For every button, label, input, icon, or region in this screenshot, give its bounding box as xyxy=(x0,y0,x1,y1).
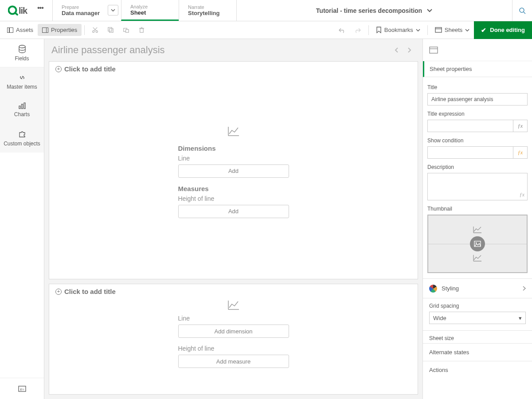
grid-spacing-value: Wide xyxy=(433,315,446,321)
fx-button[interactable]: ƒx xyxy=(513,120,528,132)
edit-toolbar: Assets Properties Bookmarks Sheets ✔ Don… xyxy=(0,21,532,39)
actions-row[interactable]: Actions xyxy=(423,361,532,379)
cut-button[interactable] xyxy=(87,24,103,36)
sheet-size-label: Sheet size xyxy=(429,335,526,341)
undo-button[interactable] xyxy=(334,24,350,36)
line-chart-icon xyxy=(227,300,240,310)
drop-section: Line Add dimension Height of line Add me… xyxy=(178,315,289,368)
show-condition-input[interactable] xyxy=(427,146,513,159)
done-label: Done editing xyxy=(490,27,525,33)
properties-toggle[interactable]: Properties xyxy=(38,24,82,36)
bookmarks-label: Bookmarks xyxy=(384,27,413,33)
card-body: Dimensions Line Add Measures Height of l… xyxy=(55,75,411,275)
dimension-label: Line xyxy=(178,155,289,162)
done-editing-button[interactable]: ✔ Done editing xyxy=(474,21,532,39)
add-measure-button[interactable]: Add measure xyxy=(178,355,289,368)
rail-master-items[interactable]: Master items xyxy=(0,67,44,96)
styling-accordion[interactable]: Styling xyxy=(423,278,532,298)
rail-fields[interactable]: Fields xyxy=(0,39,44,67)
svg-point-3 xyxy=(520,8,524,12)
add-dimension-button[interactable]: Add dimension xyxy=(178,325,289,338)
panel-section-header: Sheet properties xyxy=(423,61,532,77)
chart-card-1[interactable]: + Click to add title Dimensions Line Add… xyxy=(49,61,418,279)
add-dimension-button[interactable]: Add xyxy=(178,164,289,178)
card-title-placeholder: Click to add title xyxy=(64,288,116,295)
plus-circle-icon: + xyxy=(55,66,62,72)
nav-narrate[interactable]: Narrate Storytelling xyxy=(179,0,236,21)
nav-phase-label: Analyze xyxy=(130,4,170,9)
card-title-row[interactable]: + Click to add title xyxy=(55,65,411,73)
title-input[interactable] xyxy=(427,93,528,106)
actions-label: Actions xyxy=(429,367,448,373)
card-title-row[interactable]: + Click to add title xyxy=(55,288,411,295)
next-sheet-button[interactable] xyxy=(403,44,415,56)
chevron-down-icon xyxy=(416,29,420,31)
sheet-size-block: Sheet size xyxy=(423,330,532,343)
title-expression-input[interactable] xyxy=(427,120,513,132)
global-search-button[interactable] xyxy=(512,0,532,21)
svg-rect-21 xyxy=(24,103,25,109)
plus-circle-icon: + xyxy=(55,289,62,295)
title-label: Title xyxy=(427,84,528,90)
link-icon xyxy=(18,73,27,82)
sheets-button[interactable]: Sheets xyxy=(430,27,474,33)
logo-cell: lik ••• xyxy=(0,0,52,21)
search-icon xyxy=(519,7,526,14)
bookmarks-button[interactable]: Bookmarks xyxy=(372,27,425,33)
dimension-label: Line xyxy=(178,315,289,322)
nav-prepare-caret[interactable] xyxy=(108,5,118,16)
add-measure-button[interactable]: Add xyxy=(178,205,289,218)
assets-toggle[interactable]: Assets xyxy=(3,24,38,36)
main-area: Fields Master items Charts Custom object… xyxy=(0,39,532,399)
card-body: Line Add dimension Height of line Add me… xyxy=(55,298,411,391)
chevron-right-icon xyxy=(523,286,526,291)
app-title: Tutorial - time series decomposition xyxy=(316,7,422,14)
svg-rect-12 xyxy=(126,30,129,33)
paste-button[interactable] xyxy=(118,24,134,36)
rail-charts[interactable]: Charts xyxy=(0,96,44,124)
svg-text:x=: x= xyxy=(20,387,24,391)
alternate-states-row[interactable]: Alternate states xyxy=(423,343,532,361)
nav-name-label: Data manager xyxy=(62,10,112,16)
panel-object-icon-row xyxy=(423,39,532,61)
puzzle-icon xyxy=(18,130,27,139)
delete-button[interactable] xyxy=(134,24,149,36)
app-title-caret-icon[interactable] xyxy=(426,9,433,12)
svg-point-27 xyxy=(476,243,477,244)
thumbnail-box[interactable] xyxy=(427,215,528,273)
properties-label: Properties xyxy=(51,27,77,33)
panel-body: Title Title expression ƒx Show condition… xyxy=(423,77,532,399)
grid-spacing-select[interactable]: Wide ▾ xyxy=(429,312,526,324)
redo-button[interactable] xyxy=(350,24,366,36)
section-header-label: Sheet properties xyxy=(430,66,472,72)
canvas: Airline passenger analysis + Click to ad… xyxy=(44,39,422,399)
description-input[interactable]: ƒx xyxy=(427,173,528,200)
grid-spacing-label: Grid spacing xyxy=(429,303,526,309)
line-chart-icon xyxy=(473,226,482,234)
nav-analyze[interactable]: Analyze Sheet xyxy=(121,0,179,21)
thumbnail-label: Thumbnail xyxy=(427,206,528,212)
chart-card-2[interactable]: + Click to add title Line Add dimension … xyxy=(49,284,418,395)
fx-icon[interactable]: ƒx xyxy=(520,192,524,198)
svg-point-6 xyxy=(96,31,98,32)
nav-prepare[interactable]: Prepare Data manager xyxy=(52,0,121,21)
variables-icon: x= xyxy=(18,385,27,392)
sheets-icon xyxy=(435,27,442,33)
measure-label: Height of line xyxy=(178,345,289,352)
prev-sheet-button[interactable] xyxy=(391,44,403,56)
top-bar: lik ••• Prepare Data manager Analyze She… xyxy=(0,0,532,21)
styling-label: Styling xyxy=(442,285,459,292)
fx-button[interactable]: ƒx xyxy=(513,146,528,159)
sheet-object-icon xyxy=(429,47,438,54)
add-label: Add dimension xyxy=(215,328,253,335)
rail-variables[interactable]: x= xyxy=(0,378,44,399)
app-menu-icon[interactable]: ••• xyxy=(37,4,43,12)
nav-phase-label: Narrate xyxy=(188,4,227,10)
rail-custom-objects[interactable]: Custom objects xyxy=(0,124,44,153)
thumbnail-change-button[interactable] xyxy=(470,236,485,251)
chevron-down-icon xyxy=(465,29,469,31)
copy-button[interactable] xyxy=(103,24,118,36)
sheet-body: + Click to add title Dimensions Line Add… xyxy=(44,61,422,399)
add-label: Add measure xyxy=(216,358,250,365)
dimensions-heading: Dimensions xyxy=(178,145,289,152)
